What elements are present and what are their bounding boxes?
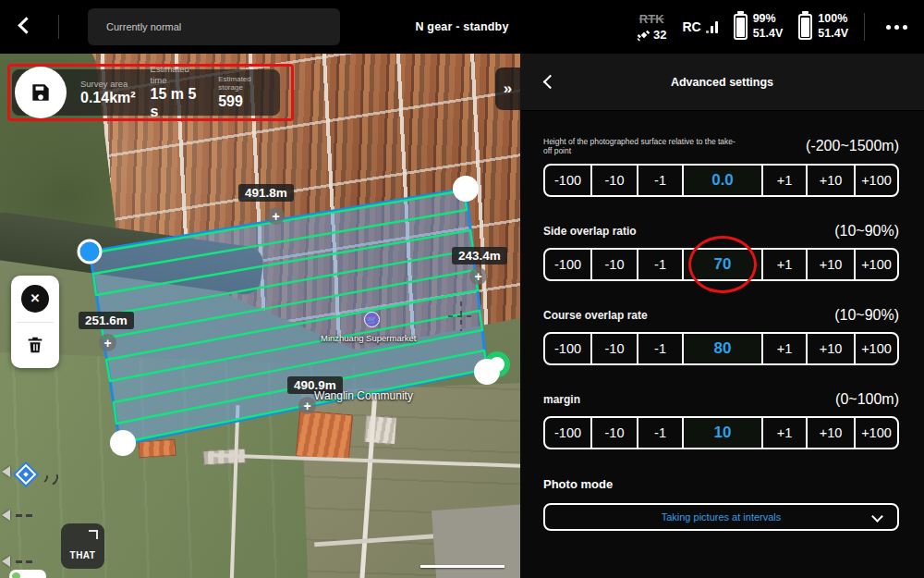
course-overlap-label: Course overlap rate [543,309,648,322]
battery-1[interactable]: 99% 51.4V [734,12,784,41]
community-label: Wanglin Community [314,389,413,402]
map-edge-arrow-icon [2,466,10,477]
plus-1-button[interactable]: +1 [761,418,806,448]
side-overlap-value[interactable]: 70 [682,250,761,279]
margin-stepper: -100 -10 -1 10 +1 +10 +100 [543,416,899,449]
rc-label: RC [682,19,700,34]
vertex-marker[interactable] [453,176,479,202]
battery-icon [798,14,812,40]
plus-100-button[interactable]: +100 [854,250,897,279]
app-root: Currently normal N gear - standby RTK 32… [0,0,924,578]
vertex-marker[interactable] [110,430,136,456]
plus-100-button[interactable]: +100 [854,334,897,363]
corner-watermark-button[interactable]: THAT [61,523,104,569]
map-attribution-pill [9,570,46,578]
selected-vertex-marker[interactable] [79,240,101,263]
plus-100-button[interactable]: +100 [854,418,897,448]
plus-10-button[interactable]: +10 [806,418,854,448]
course-overlap-stepper: -100 -10 -1 80 +1 +10 +100 [543,332,899,365]
estimated-time-stat: Estimated time 15 m 5 s [143,64,212,120]
signal-bars-icon [706,21,718,33]
vertex-marker[interactable] [474,359,500,385]
minus-100-button[interactable]: -100 [545,166,590,195]
edge-midpoint-handle[interactable]: + [469,267,487,285]
save-button[interactable] [15,67,67,118]
estimated-storage-stat: Estimated storage 599 [211,75,280,110]
height-value[interactable]: 0.0 [682,166,761,195]
side-overlap-range: (10~90%) [834,223,899,240]
map-edge-arrow-icon [2,556,10,567]
map-edge-arrow-icon [2,510,10,521]
plus-10-button[interactable]: +10 [806,250,854,279]
minus-10-button[interactable]: -10 [590,334,637,363]
plus-100-button[interactable]: +100 [854,166,897,195]
estimated-time-label: Estimated time [151,64,204,85]
distance-label-top: 491.8m [238,184,294,202]
course-overlap-range: (10~90%) [834,307,899,324]
map-tool-panel: ✕ [11,276,59,368]
minus-10-button[interactable]: -10 [590,418,637,448]
plus-1-button[interactable]: +1 [761,166,806,195]
battery-1-voltage: 51.4V [753,27,784,42]
side-overlap-stepper: -100 -10 -1 70 +1 +10 +100 [543,248,899,281]
double-chevron-icon: » [504,80,512,98]
dash-marks [16,560,32,563]
edge-midpoint-handle[interactable]: + [99,334,116,351]
plus-1-button[interactable]: +1 [761,250,806,279]
delete-button[interactable] [11,323,59,369]
divider [864,13,865,41]
distance-label-left: 251.6m [79,312,134,329]
minus-1-button[interactable]: -1 [637,166,682,195]
rtk-status[interactable]: RTK 32 [637,13,666,42]
battery-icon [734,14,748,40]
photo-mode-label: Photo mode [543,477,899,491]
estimated-time-value: 15 m 5 s [151,85,204,120]
photo-mode-value: Taking pictures at intervals [662,511,782,523]
close-icon: ✕ [21,285,49,313]
minus-1-button[interactable]: -1 [637,334,682,363]
height-setting-range: (-200~1500m) [806,138,899,154]
minus-100-button[interactable]: -100 [545,334,590,363]
save-icon [29,80,53,105]
minus-10-button[interactable]: -10 [590,250,637,279]
supermarket-poi-icon[interactable]: 🛒 [364,312,380,327]
advanced-settings-panel: Advanced settings Height of the photogra… [520,54,924,578]
survey-area-stat: Survey area 0.14km² [73,79,143,107]
height-setting-label: Height of the photographed surface relat… [543,137,739,155]
edge-midpoint-handle[interactable]: + [267,207,285,225]
battery-2[interactable]: 100% 51.4V [798,12,848,41]
plus-10-button[interactable]: +10 [806,334,854,363]
corner-button-label: THAT [61,550,104,560]
satellite-icon [637,28,650,42]
supermarket-label: Minzhuang Supermarket [321,333,417,343]
battery-1-percent: 99% [753,12,784,27]
more-options-icon[interactable] [881,25,913,30]
course-overlap-value[interactable]: 80 [682,334,761,363]
deselect-button[interactable]: ✕ [11,276,59,322]
battery-2-voltage: 51.4V [818,27,848,42]
height-stepper: -100 -10 -1 0.0 +1 +10 +100 [543,164,899,197]
survey-info-panel: Survey area 0.14km² Estimated time 15 m … [12,69,280,116]
estimated-storage-value: 599 [218,92,273,110]
map-view[interactable]: 491.8m 243.4m 251.6m 490.9m + + + + 🛒 Mi… [0,54,520,578]
survey-polygon[interactable] [90,189,487,445]
minus-10-button[interactable]: -10 [590,166,637,195]
plus-1-button[interactable]: +1 [761,334,806,363]
plus-10-button[interactable]: +10 [806,166,854,195]
rc-signal[interactable]: RC [682,19,717,34]
margin-label: margin [543,393,580,406]
photo-mode-dropdown[interactable]: Taking pictures at intervals [543,503,899,531]
side-overlap-label: Side overlap ratio [543,225,637,238]
minus-1-button[interactable]: -1 [637,418,682,448]
battery-2-percent: 100% [818,12,848,27]
minus-100-button[interactable]: -100 [545,250,590,279]
minus-100-button[interactable]: -100 [545,418,590,448]
dash-marks [16,514,32,517]
minus-1-button[interactable]: -1 [637,250,682,279]
satellite-count: 32 [653,29,666,41]
panel-title: Advanced settings [520,54,924,111]
estimated-storage-label: Estimated storage [218,75,273,92]
survey-area-value: 0.14km² [80,89,136,106]
margin-value[interactable]: 10 [682,418,761,448]
collapse-panel-button[interactable]: » [495,68,520,110]
